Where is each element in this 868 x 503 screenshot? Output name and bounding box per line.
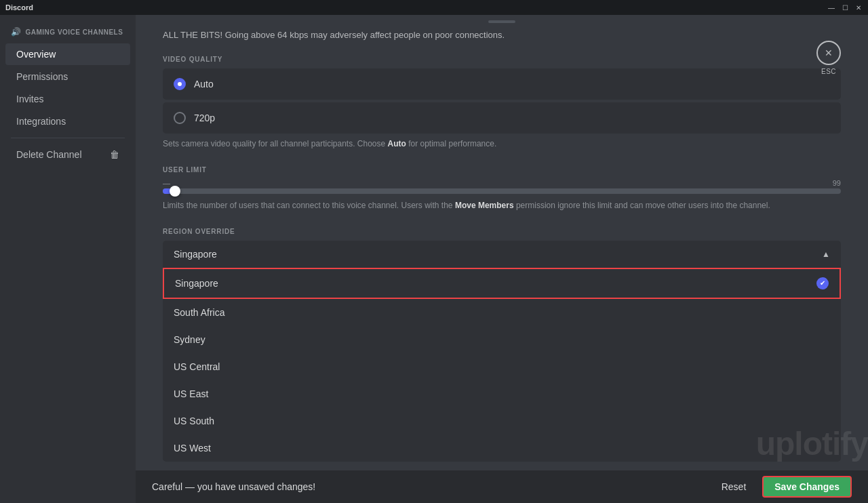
user-limit-hint: Limits the number of users that can conn… xyxy=(163,199,841,212)
sidebar-item-permissions[interactable]: Permissions xyxy=(5,66,130,87)
slider-max: 99 xyxy=(833,179,841,187)
notification-bar: Careful — you have unsaved changes! Rese… xyxy=(136,470,868,503)
region-option-us-east[interactable]: US East xyxy=(163,380,841,407)
slider-min: — xyxy=(163,179,170,187)
user-limit-section: USER LIMIT — 99 Limits the number of use… xyxy=(163,166,841,212)
notice-text: ALL THE BITS! Going above 64 kbps may ad… xyxy=(163,28,841,42)
sidebar-item-overview[interactable]: Overview xyxy=(5,43,130,65)
sidebar-category: 🔊 GAMING VOICE CHANNELS xyxy=(0,23,136,41)
region-option-label: US Central xyxy=(174,361,220,372)
sidebar-item-integrations[interactable]: Integrations xyxy=(5,110,130,132)
region-option-label: Sydney xyxy=(174,334,205,345)
region-option-us-south[interactable]: US South xyxy=(163,407,841,435)
window-controls: — ☐ ✕ xyxy=(827,3,863,12)
radio-auto-label: Auto xyxy=(194,79,214,89)
user-limit-label: USER LIMIT xyxy=(163,166,841,174)
close-button[interactable]: ✕ xyxy=(854,3,863,12)
esc-label: ESC xyxy=(821,68,836,75)
slider-labels: — 99 xyxy=(163,179,841,187)
radio-720p[interactable]: 720p xyxy=(163,102,841,134)
region-option-south-africa[interactable]: South Africa xyxy=(163,299,841,326)
region-option-label: Singapore xyxy=(175,278,218,289)
video-quality-label: VIDEO QUALITY xyxy=(163,56,841,63)
close-icon: ✕ xyxy=(825,47,833,58)
region-option-label: US West xyxy=(174,443,211,454)
region-option-singapore[interactable]: Singapore ✔ xyxy=(163,268,841,299)
video-quality-hint: Sets camera video quality for all channe… xyxy=(163,138,841,150)
maximize-button[interactable]: ☐ xyxy=(841,3,849,12)
radio-auto[interactable]: Auto xyxy=(163,68,841,100)
esc-button[interactable]: ✕ ESC xyxy=(816,41,841,75)
sidebar: 🔊 GAMING VOICE CHANNELS Overview Permiss… xyxy=(0,15,136,503)
chevron-up-icon: ▲ xyxy=(822,249,830,259)
app-container: 🔊 GAMING VOICE CHANNELS Overview Permiss… xyxy=(0,15,868,503)
region-option-label: US East xyxy=(174,388,208,399)
check-icon: ✔ xyxy=(816,277,829,289)
esc-circle-icon: ✕ xyxy=(816,41,841,65)
region-option-label: South Africa xyxy=(174,307,225,318)
sidebar-item-label: Integrations xyxy=(16,116,66,127)
region-dropdown-list: Singapore ✔ South Africa Sydney US Centr… xyxy=(163,268,841,462)
region-override-label: REGION OVERRIDE xyxy=(163,228,841,235)
radio-720p-label: 720p xyxy=(194,113,215,123)
notification-actions: Reset Save Changes xyxy=(716,476,852,498)
trash-icon: 🗑 xyxy=(110,149,119,160)
region-selected-label: Singapore xyxy=(174,249,217,260)
region-dropdown-selected[interactable]: Singapore ▲ xyxy=(163,241,841,268)
main-content: ALL THE BITS! Going above 64 kbps may ad… xyxy=(136,15,868,503)
radio-720p-circle xyxy=(174,112,186,124)
sidebar-divider xyxy=(11,138,125,138)
region-override-section: REGION OVERRIDE Singapore ▲ Singapore ✔ … xyxy=(163,228,841,462)
region-option-label: US South xyxy=(174,416,214,426)
radio-auto-circle xyxy=(174,78,186,90)
sidebar-item-invites[interactable]: Invites xyxy=(5,88,130,110)
delete-channel-label: Delete Channel xyxy=(16,149,82,160)
region-option-us-west[interactable]: US West xyxy=(163,435,841,462)
video-quality-section: VIDEO QUALITY Auto 720p Sets camera vide… xyxy=(163,56,841,150)
notification-text: Careful — you have unsaved changes! xyxy=(152,481,315,492)
sidebar-item-label: Invites xyxy=(16,94,43,104)
speaker-icon: 🔊 xyxy=(11,27,22,37)
app-title: Discord xyxy=(5,3,33,12)
delete-channel-button[interactable]: Delete Channel 🗑 xyxy=(5,144,130,165)
reset-button[interactable]: Reset xyxy=(716,479,752,495)
region-option-sydney[interactable]: Sydney xyxy=(163,326,841,353)
titlebar: Discord — ☐ ✕ xyxy=(0,0,868,15)
region-dropdown: Singapore ▲ Singapore ✔ South Africa Syd… xyxy=(163,241,841,462)
sidebar-item-label: Overview xyxy=(16,49,56,60)
sidebar-item-label: Permissions xyxy=(16,71,68,82)
region-option-us-central[interactable]: US Central xyxy=(163,353,841,380)
slider-thumb[interactable] xyxy=(170,186,180,197)
minimize-button[interactable]: — xyxy=(827,3,835,12)
save-changes-button[interactable]: Save Changes xyxy=(762,476,852,498)
sidebar-category-label: GAMING VOICE CHANNELS xyxy=(26,28,123,36)
slider-track xyxy=(163,188,841,194)
